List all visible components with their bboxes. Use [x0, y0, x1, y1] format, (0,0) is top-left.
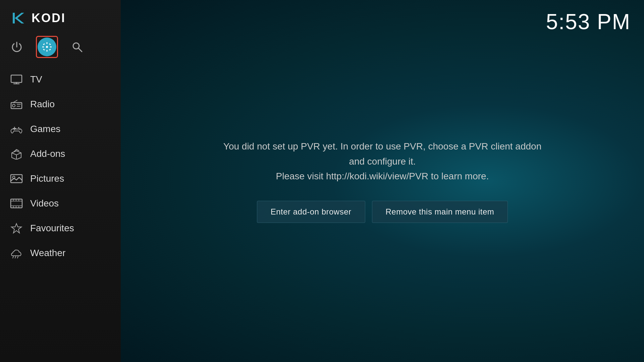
sidebar: KODI — [0, 0, 121, 362]
svg-point-27 — [19, 128, 21, 130]
clock: 5:53 PM — [546, 9, 631, 34]
gamepad-icon — [10, 123, 23, 135]
search-button[interactable] — [67, 37, 87, 57]
nav-label-addons: Add-ons — [30, 148, 65, 159]
top-icons-row — [0, 34, 121, 64]
kodi-logo-icon — [10, 9, 28, 27]
nav-label-videos: Videos — [30, 198, 59, 209]
svg-point-13 — [46, 46, 48, 48]
pvr-content-area: You did not set up PVR yet. In order to … — [121, 0, 644, 362]
nav-label-weather: Weather — [30, 248, 65, 258]
nav-label-radio: Radio — [30, 99, 55, 110]
svg-rect-6 — [42, 47, 44, 48]
svg-rect-32 — [11, 199, 22, 208]
nav-label-pictures: Pictures — [30, 173, 64, 184]
pvr-message-line2: Please visit http://kodi.wiki/view/PVR t… — [276, 171, 489, 181]
svg-rect-5 — [47, 50, 48, 52]
svg-rect-8 — [43, 43, 45, 45]
svg-line-44 — [17, 256, 18, 258]
enter-addon-browser-button[interactable]: Enter add-on browser — [257, 201, 365, 223]
svg-marker-2 — [15, 13, 24, 23]
settings-circle — [38, 38, 56, 56]
nav-label-tv: TV — [30, 74, 42, 85]
svg-point-26 — [18, 127, 19, 128]
svg-point-20 — [12, 104, 15, 107]
power-button[interactable] — [7, 37, 27, 57]
gear-icon — [42, 42, 52, 52]
nav-label-games: Games — [30, 124, 60, 134]
nav-item-addons[interactable]: Add-ons — [0, 141, 121, 166]
nav-menu: TV Radio — [0, 67, 121, 362]
power-icon — [11, 41, 23, 53]
nav-item-videos[interactable]: Videos — [0, 191, 121, 216]
svg-rect-11 — [49, 49, 51, 51]
svg-line-42 — [13, 256, 13, 258]
nav-item-games[interactable]: Games — [0, 117, 121, 141]
action-buttons: Enter add-on browser Remove this main me… — [257, 201, 508, 223]
svg-rect-4 — [47, 42, 48, 44]
nav-item-favourites[interactable]: Favourites — [0, 216, 121, 241]
svg-rect-10 — [43, 49, 45, 51]
pvr-message-line1: You did not set up PVR yet. In order to … — [223, 141, 541, 167]
svg-rect-9 — [49, 43, 51, 45]
svg-line-15 — [78, 48, 82, 52]
addons-icon — [10, 147, 23, 160]
star-icon — [10, 222, 23, 235]
svg-rect-16 — [11, 75, 22, 82]
search-icon — [71, 41, 83, 53]
svg-line-43 — [15, 256, 16, 258]
settings-button[interactable] — [37, 37, 57, 57]
weather-icon — [10, 247, 23, 259]
app-title: KODI — [32, 11, 66, 25]
tv-icon — [10, 73, 23, 86]
nav-item-weather[interactable]: Weather — [0, 241, 121, 265]
pictures-icon — [10, 172, 23, 185]
remove-menu-item-button[interactable]: Remove this main menu item — [372, 201, 508, 223]
nav-item-radio[interactable]: Radio — [0, 92, 121, 117]
pvr-message: You did not set up PVR yet. In order to … — [215, 139, 550, 184]
nav-label-favourites: Favourites — [30, 223, 74, 234]
videos-icon — [10, 197, 23, 210]
svg-rect-1 — [13, 13, 15, 23]
main-content: 5:53 PM You did not set up PVR yet. In o… — [121, 0, 644, 362]
nav-item-pictures[interactable]: Pictures — [0, 166, 121, 191]
nav-item-tv[interactable]: TV — [0, 67, 121, 92]
svg-marker-41 — [11, 224, 21, 233]
svg-rect-7 — [50, 47, 52, 48]
logo-area: KODI — [0, 0, 121, 34]
radio-icon — [10, 98, 23, 111]
